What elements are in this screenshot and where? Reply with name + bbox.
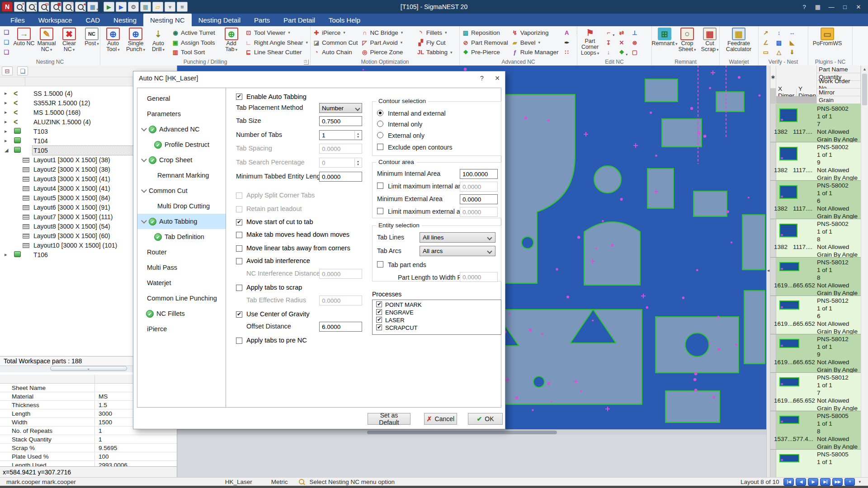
part-window-icon[interactable]: ❏ [17,66,28,75]
move-pierce-icon[interactable]: ↧ [603,38,614,47]
dialog-nav-profile-destruct[interactable]: ✔Profile Destruct [137,137,226,152]
process-point-mark[interactable]: POINT MARK [374,301,501,309]
part-row[interactable]: PNS-580121 of 181619....665.652Not Allow… [770,258,861,296]
nc-interference-distance-input[interactable]: 0.0000 [319,269,362,279]
clear-nc-button[interactable]: ✖Clear NC▾ [58,27,80,57]
process-laser[interactable]: LASER [374,316,501,324]
expand-icon[interactable]: ▸ [5,100,7,106]
zoom-extents-icon[interactable]: ▣ [51,2,61,12]
nc-bridge-button[interactable]: ∩NC Bridge▾ [360,28,415,38]
dialog-nav-common-cut[interactable]: Common Cut [137,183,226,198]
customize-toolbar-icon[interactable]: ≡ [177,2,188,12]
post-button[interactable]: NCPost▾ [80,27,100,57]
process-engrave[interactable]: ENGRAVE [374,309,501,316]
chevron-down-icon[interactable] [141,156,147,162]
col-work-order[interactable]: Work Order No. [817,81,861,89]
text-marking-icon[interactable]: A [561,28,573,38]
remnant-button[interactable]: ⊞Remnant▾ [653,27,676,57]
grid-pattern-icon[interactable]: ▦▾ [574,38,577,47]
delete-nc-icon[interactable]: ✕ [616,38,627,47]
property-row-stack-quantity[interactable]: Stack Quantity1 [0,435,177,444]
first-layout-button[interactable]: |◀ [783,478,794,486]
part-length-width-ratio-input[interactable]: 0.0000 [460,272,498,282]
dot-marking-icon[interactable]: ∷ [561,47,573,57]
measure-width-icon[interactable]: ↔ [786,28,798,38]
tool-viewer-button[interactable]: ⊡Tool Viewer▾ [244,28,309,38]
tab-size-input[interactable]: 0.7500 [319,116,362,126]
menu-tab-nesting[interactable]: Nesting [107,14,143,26]
scrapcut-checkbox[interactable] [376,324,382,330]
active-turret-button[interactable]: ◉Active Turret [171,28,219,38]
pre-pierce-button[interactable]: ❖Pre-Pierce [461,47,509,57]
part-row[interactable]: PNS-580121 of 161619....665.652Not Allow… [770,296,861,334]
common-cut-button[interactable]: ◪Common Cut [312,38,359,47]
part-row[interactable]: PNS-580121 of 171619....665.652Not Allow… [770,373,861,411]
dialog-nav-auto-tabbing[interactable]: ✔Auto Tabbing [137,214,226,229]
close-button[interactable]: ✕ [852,1,865,12]
rule-manager-button[interactable]: ƒRule Manager [510,47,560,57]
dialog-nav-parameters[interactable]: Parameters [137,106,226,122]
point-mark-checkbox[interactable] [376,301,382,307]
nc-settings-icon[interactable]: ⚙ [128,2,139,12]
add-tab-button[interactable]: ⊕Add Tab▾ [220,27,243,57]
z oom-sheet-icon[interactable]: □ [63,2,74,12]
offset-distance-input[interactable]: 6.0000 [319,322,362,332]
app-logo[interactable]: N [2,2,13,12]
measure-region-icon[interactable]: ▨ [773,38,785,47]
tree-view-icon[interactable]: ⊟ [2,66,13,75]
part-corner-loops-button[interactable]: ⚑Part Corner Loops▾ [579,27,601,57]
more-icon[interactable]: ▾ [165,2,175,12]
menu-tab-tools-help[interactable]: Tools Help [322,14,367,26]
dialog-nav-ipierce[interactable]: iPierce [137,321,226,337]
col-mirror[interactable]: Mirror [817,89,861,96]
enable-auto-tabbing-checkbox[interactable] [236,94,242,100]
menu-tab-parts[interactable]: Parts [247,14,277,26]
auto-nc-button[interactable]: →Auto NC [13,27,35,57]
dialog-nav-advanced-nc[interactable]: ✔Advanced NC [137,122,226,137]
col-x-dimension[interactable]: X Dimer [776,89,797,96]
zoom-window-icon[interactable]: ▭ [38,2,49,12]
property-row-plate-used[interactable]: Plate Used %100 [0,452,177,461]
part-row[interactable]: PNS-580021 of 1913821117....Not AllowedG… [770,142,861,181]
processes-listbox[interactable]: POINT MARKENGRAVELASERSCRAPCUT [372,300,501,335]
dialog-nav-remnant-marking[interactable]: Remnant Marking [137,168,226,183]
expand-icon[interactable]: ▸ [5,138,7,144]
dialog-nav-common-line-punching[interactable]: Common Line Punching [137,291,226,306]
step-edit-icon[interactable]: ⌐▾ [603,28,614,38]
panel-splitter[interactable]: ◀ [766,66,770,477]
col-part-name[interactable]: Part Name [817,66,861,73]
bevel-button[interactable]: ▰Bevel▾ [510,38,560,47]
workspace-part-icon[interactable]: ❏ [1,28,11,37]
chevron-down-icon[interactable] [141,187,147,193]
limit-maximum-internal-area-input[interactable]: 0.0000 [460,182,498,192]
measure-triangle-icon[interactable]: △ [773,47,785,57]
make-tab-moves-head-down-moves-checkbox[interactable] [236,232,242,238]
right-angle-shear-button[interactable]: ∟Right Angle Shear▾ [244,38,309,47]
corner-stamp-icon[interactable]: ◪ [574,47,577,57]
cancel-button[interactable]: ✗Cancel [424,413,457,425]
part-row[interactable]: PNS-580021 of 1613821117....Not AllowedG… [770,181,861,219]
tab-search-percentage-input[interactable]: 0▲▼ [319,158,362,168]
tab-part-ends-checkbox[interactable] [377,261,383,267]
menu-tab-workspace[interactable]: Workspace [32,14,79,26]
pierce-zone-button[interactable]: ◎Pierce Zone [360,47,415,57]
crop-sheet-button[interactable]: ○Crop Sheet▾ [676,27,698,57]
limit-maximum-external-area-input[interactable]: 0.0000 [460,207,498,217]
tool-sort-button[interactable]: ▥Tool Sort [171,47,219,57]
dialog-nav-crop-sheet[interactable]: ✔Crop Sheet [137,152,226,168]
chevron-down-icon[interactable] [141,126,147,131]
expand-icon[interactable]: ▸ [5,128,7,134]
vaporizing-button[interactable]: ↯Vaporizing [510,28,560,38]
fillets-button[interactable]: ◝Fillets▾ [416,28,458,38]
measure-protractor-icon[interactable]: ◣ [786,38,798,47]
verify-export-icon[interactable]: ⇓ [786,47,798,57]
apply-split-corner-tabs-checkbox[interactable] [236,192,242,199]
auto-drill-button[interactable]: ⇣Auto Drill▾ [147,27,170,57]
plunge-icon[interactable]: ⊥ [629,28,641,38]
expand-icon[interactable]: ▸ [5,109,7,115]
minimum-internal-area-input[interactable]: 100.0000 [460,169,498,179]
new-sheet-icon[interactable]: ▱ [152,2,163,12]
part-removal-button[interactable]: ⊘Part Removal [461,38,509,47]
part-row[interactable]: PNS-580121 of 191619....665.652Not Allow… [770,334,861,373]
dialog-nav-tab-definition[interactable]: ✔Tab Definition [137,229,226,244]
